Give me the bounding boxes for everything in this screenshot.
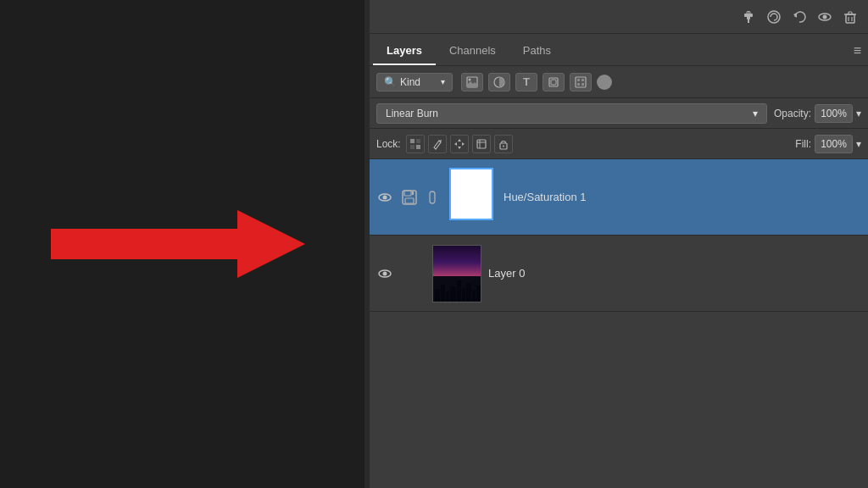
svg-marker-32 (462, 142, 465, 146)
layer-name-hue-saturation: Hue/Saturation 1 (504, 191, 861, 203)
blend-chevron-icon: ▾ (753, 108, 758, 119)
svg-marker-0 (51, 210, 305, 278)
hue-saturation-thumbnail (446, 168, 497, 227)
tab-channels[interactable]: Channels (436, 39, 509, 65)
svg-rect-2 (744, 14, 753, 17)
fill-group: Fill: 100% ▾ (795, 135, 861, 153)
panel-toolbar (370, 0, 868, 34)
svg-rect-43 (412, 191, 414, 195)
lock-artboard-btn[interactable] (472, 135, 491, 153)
svg-rect-28 (416, 145, 420, 149)
smart-filter-icon (400, 188, 419, 207)
opacity-label: Opacity: (774, 108, 811, 119)
lock-transparent-btn[interactable] (406, 135, 425, 153)
svg-rect-4 (746, 12, 751, 14)
svg-rect-24 (581, 83, 584, 86)
fill-value[interactable]: 100% (815, 135, 853, 153)
visibility-toggle-hue[interactable] (376, 189, 393, 206)
red-arrow (51, 202, 305, 286)
layers-list: Hue/Saturation 1 (370, 159, 868, 488)
filter-text-icon[interactable]: T (515, 73, 537, 92)
lock-all-btn[interactable] (494, 135, 513, 153)
svg-point-45 (383, 271, 387, 275)
svg-rect-26 (416, 139, 420, 143)
tabs-row: Layers Channels Paths ≡ (370, 34, 868, 66)
svg-rect-27 (410, 145, 415, 149)
filter-image-icon[interactable] (461, 73, 483, 92)
delete-icon[interactable] (841, 8, 860, 26)
layers-panel: Layers Channels Paths ≡ 🔍 Kind ▾ (370, 0, 868, 488)
tab-paths[interactable]: Paths (509, 39, 565, 65)
svg-rect-22 (581, 79, 584, 81)
filter-icons: T (461, 73, 592, 92)
kind-filter-dropdown[interactable]: 🔍 Kind ▾ (376, 73, 453, 92)
filter-row: 🔍 Kind ▾ T (370, 66, 868, 98)
svg-rect-3 (748, 19, 749, 23)
pin-icon[interactable] (739, 8, 758, 26)
svg-rect-23 (577, 83, 580, 86)
filter-smart-icon[interactable] (570, 73, 592, 92)
svg-point-8 (823, 14, 827, 19)
left-panel (0, 0, 364, 488)
city-silhouette (433, 276, 481, 302)
svg-rect-25 (410, 139, 415, 143)
layer-item-hue-saturation[interactable]: Hue/Saturation 1 (370, 159, 868, 236)
svg-rect-53 (466, 283, 471, 302)
svg-marker-6 (793, 13, 797, 18)
lock-paint-btn[interactable] (428, 135, 447, 153)
svg-marker-29 (458, 139, 461, 141)
svg-rect-19 (551, 80, 556, 85)
undo-icon[interactable] (790, 8, 809, 26)
search-icon-small: 🔍 (384, 76, 397, 88)
fill-label: Fill: (795, 138, 811, 150)
svg-marker-30 (458, 147, 461, 149)
blend-mode-label: Linear Burn (386, 108, 438, 119)
svg-rect-50 (450, 286, 456, 302)
fill-chevron-icon[interactable]: ▾ (856, 138, 861, 150)
svg-rect-21 (577, 79, 580, 81)
svg-rect-47 (435, 289, 440, 302)
svg-rect-42 (405, 198, 414, 203)
svg-rect-33 (477, 140, 486, 148)
svg-rect-48 (441, 285, 445, 302)
svg-rect-41 (404, 191, 411, 196)
layer0-thumbnail (432, 245, 481, 302)
svg-marker-16 (467, 81, 477, 87)
layer-name-layer0: Layer 0 (488, 267, 861, 280)
svg-rect-9 (846, 14, 854, 23)
filter-shape-icon[interactable] (542, 73, 565, 92)
svg-point-39 (383, 195, 387, 199)
opacity-group: Opacity: 100% ▾ (774, 104, 861, 123)
opacity-chevron-icon[interactable]: ▾ (856, 108, 861, 119)
filter-toggle-circle[interactable] (597, 75, 612, 90)
history-icon[interactable] (765, 8, 783, 26)
kind-chevron-icon: ▾ (441, 77, 445, 86)
svg-rect-51 (457, 280, 461, 302)
layer-item-layer0[interactable]: Layer 0 (370, 236, 868, 312)
svg-point-15 (469, 78, 471, 80)
svg-rect-11 (849, 12, 852, 14)
filter-adjustment-icon[interactable] (488, 73, 510, 92)
blend-mode-dropdown[interactable]: Linear Burn ▾ (376, 103, 767, 124)
layer-link-icon[interactable] (426, 191, 439, 204)
svg-point-37 (503, 145, 504, 147)
svg-marker-31 (454, 142, 457, 146)
svg-point-5 (768, 11, 780, 23)
hue-sat-thumb-white (449, 168, 493, 220)
svg-rect-52 (462, 288, 465, 302)
svg-rect-55 (476, 286, 481, 302)
tab-layers[interactable]: Layers (373, 39, 436, 65)
lock-label: Lock: (376, 138, 401, 150)
svg-rect-54 (472, 290, 476, 302)
svg-rect-20 (576, 77, 586, 87)
visibility-toggle-layer0[interactable] (376, 265, 393, 282)
svg-rect-49 (446, 291, 449, 302)
lock-icons (406, 135, 513, 153)
visibility-icon[interactable] (815, 8, 834, 26)
blend-mode-row: Linear Burn ▾ Opacity: 100% ▾ (370, 98, 868, 129)
kind-filter-label: Kind (400, 76, 420, 88)
opacity-value[interactable]: 100% (815, 104, 853, 123)
lock-move-btn[interactable] (450, 135, 469, 153)
lock-row: Lock: (370, 129, 868, 159)
panel-menu-icon[interactable]: ≡ (854, 43, 861, 58)
